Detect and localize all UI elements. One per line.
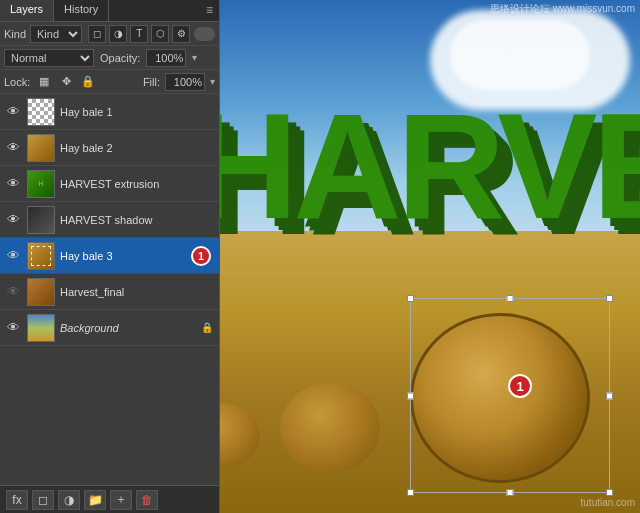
filter-type-btn[interactable]: T — [130, 25, 148, 43]
layer-badge-hay-bale-3: 1 — [191, 246, 211, 266]
layer-name-hay-bale-3: Hay bale 3 — [60, 250, 191, 262]
opacity-arrow[interactable]: ▾ — [192, 52, 197, 63]
layer-name-hay-bale-1: Hay bale 1 — [60, 106, 215, 118]
layer-eye-hay-bale-1[interactable]: 👁 — [4, 103, 22, 121]
handle-mr[interactable] — [606, 392, 613, 399]
handle-tl[interactable] — [407, 295, 414, 302]
watermark: tututian.com — [581, 497, 635, 508]
layer-hay-bale-1[interactable]: 👁 Hay bale 1 — [0, 94, 219, 130]
layer-name-harvest-ext: HARVEST extrusion — [60, 178, 215, 190]
filter-adjust-btn[interactable]: ◑ — [109, 25, 127, 43]
panel-bottom-toolbar: fx ◻ ◑ 📁 ＋ 🗑 — [0, 485, 219, 513]
layer-thumb-hay-bale-2 — [27, 134, 55, 162]
opacity-label: Opacity: — [100, 52, 140, 64]
filter-shape-btn[interactable]: ⬡ — [151, 25, 169, 43]
background-lock-icon: 🔒 — [201, 322, 213, 333]
layer-thumb-hay-bale-1 — [27, 98, 55, 126]
layer-harvest-extrusion[interactable]: 👁 H HARVEST extrusion — [0, 166, 219, 202]
handle-bl[interactable] — [407, 489, 414, 496]
layers-panel: Layers History ≡ Kind Kind ◻ ◑ T ⬡ ⚙ Nor… — [0, 0, 220, 513]
handle-ml[interactable] — [407, 392, 414, 399]
selection-box — [410, 298, 610, 493]
handle-bm[interactable] — [507, 489, 514, 496]
layer-background[interactable]: 👁 Background 🔒 — [0, 310, 219, 346]
layer-eye-hay-bale-3[interactable]: 👁 — [4, 247, 22, 265]
new-layer-button[interactable]: ＋ — [110, 490, 132, 510]
fill-label: Fill: — [143, 76, 160, 88]
layer-eye-harvest-final[interactable]: 👁 — [4, 283, 22, 301]
kind-select[interactable]: Kind — [30, 25, 82, 43]
canvas-area: HARVEST 1 tututian.com 思络设计论坛 www.missvu… — [220, 0, 640, 513]
layer-thumb-harvest-shad — [27, 206, 55, 234]
panel-menu-icon[interactable]: ≡ — [200, 0, 219, 21]
handle-tm[interactable] — [507, 295, 514, 302]
layer-thumb-harvest-final — [27, 278, 55, 306]
tab-layers[interactable]: Layers — [0, 0, 54, 21]
mask-button[interactable]: ◻ — [32, 490, 54, 510]
group-button[interactable]: 📁 — [84, 490, 106, 510]
layer-thumb-harvest-ext: H — [27, 170, 55, 198]
layer-thumb-background — [27, 314, 55, 342]
lock-pos-btn[interactable]: ✥ — [57, 73, 75, 91]
blend-row: Normal Multiply Screen Opacity: ▾ — [0, 46, 219, 70]
hay-bale-back-1 — [280, 383, 380, 473]
filter-row: Kind Kind ◻ ◑ T ⬡ ⚙ — [0, 22, 219, 46]
lock-all-btn[interactable]: 🔒 — [79, 73, 97, 91]
lock-icons: ▦ ✥ 🔒 — [35, 73, 97, 91]
adjustment-button[interactable]: ◑ — [58, 490, 80, 510]
blend-mode-select[interactable]: Normal Multiply Screen — [4, 49, 94, 67]
layer-eye-hay-bale-2[interactable]: 👁 — [4, 139, 22, 157]
opacity-input[interactable] — [146, 49, 186, 67]
lock-label: Lock: — [4, 76, 30, 88]
tab-history[interactable]: History — [54, 0, 109, 21]
panel-tabs: Layers History ≡ — [0, 0, 219, 22]
layers-list: 👁 Hay bale 1 👁 Hay bale 2 👁 H HARVEST ex… — [0, 94, 219, 485]
fill-input[interactable] — [165, 73, 205, 91]
delete-button[interactable]: 🗑 — [136, 490, 158, 510]
layer-hay-bale-2[interactable]: 👁 Hay bale 2 — [0, 130, 219, 166]
layer-name-hay-bale-2: Hay bale 2 — [60, 142, 215, 154]
layer-harvest-final[interactable]: 👁 Harvest_final — [0, 274, 219, 310]
layer-name-harvest-shad: HARVEST shadow — [60, 214, 215, 226]
layer-thumb-hay-bale-3 — [27, 242, 55, 270]
branding: 思络设计论坛 www.missvun.com — [490, 2, 635, 16]
harvest-text: HARVEST — [220, 80, 640, 253]
layer-eye-background[interactable]: 👁 — [4, 319, 22, 337]
kind-label: Kind — [4, 28, 26, 40]
fill-arrow[interactable]: ▾ — [210, 76, 215, 87]
handle-br[interactable] — [606, 489, 613, 496]
layer-name-background: Background — [60, 322, 201, 334]
filter-smart-btn[interactable]: ⚙ — [172, 25, 190, 43]
canvas-badge: 1 — [508, 374, 532, 398]
fx-button[interactable]: fx — [6, 490, 28, 510]
filter-pixel-btn[interactable]: ◻ — [88, 25, 106, 43]
layer-eye-harvest-shad[interactable]: 👁 — [4, 211, 22, 229]
lock-row: Lock: ▦ ✥ 🔒 Fill: ▾ — [0, 70, 219, 94]
layer-name-harvest-final: Harvest_final — [60, 286, 215, 298]
filter-icons: ◻ ◑ T ⬡ ⚙ — [88, 25, 190, 43]
layer-eye-harvest-ext[interactable]: 👁 — [4, 175, 22, 193]
filter-toggle[interactable] — [194, 27, 215, 41]
handle-tr[interactable] — [606, 295, 613, 302]
layer-harvest-shadow[interactable]: 👁 HARVEST shadow — [0, 202, 219, 238]
lock-pixel-btn[interactable]: ▦ — [35, 73, 53, 91]
layer-hay-bale-3[interactable]: 👁 Hay bale 3 1 — [0, 238, 219, 274]
